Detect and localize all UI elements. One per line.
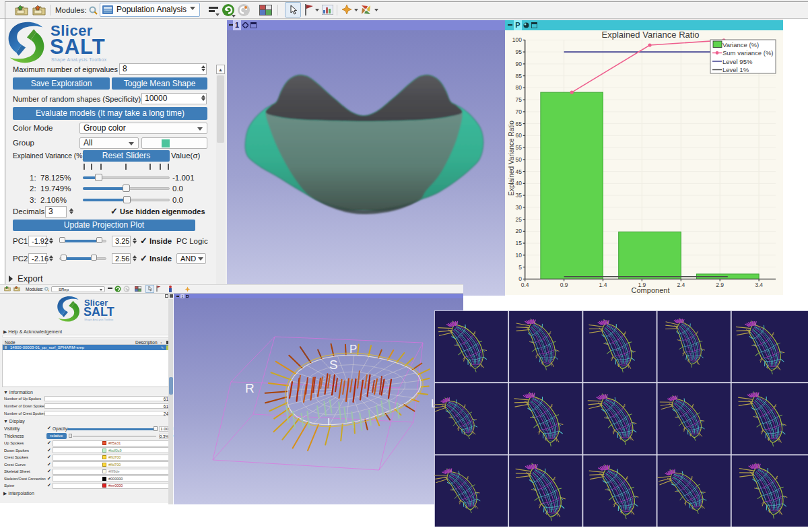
svg-text:95: 95 (516, 48, 523, 55)
svg-text:Variance (%): Variance (%) (722, 41, 759, 48)
svg-text:5: 5 (518, 264, 522, 271)
svg-text:2.4: 2.4 (677, 281, 685, 288)
svg-text:3.4: 3.4 (755, 281, 763, 288)
svg-text:70: 70 (516, 108, 523, 115)
svg-text:1.4: 1.4 (599, 281, 607, 288)
svg-text:Component: Component (632, 286, 670, 294)
svg-text:0.4: 0.4 (521, 281, 529, 288)
svg-text:P: P (349, 343, 357, 356)
svg-text:S: S (329, 358, 338, 372)
svg-text:45: 45 (516, 168, 523, 175)
svg-text:Sum variance (%): Sum variance (%) (722, 49, 774, 57)
svg-text:Level 95%: Level 95% (722, 58, 753, 65)
svg-text:30: 30 (516, 204, 523, 211)
svg-text:I: I (327, 415, 330, 427)
svg-text:35: 35 (516, 192, 523, 199)
svg-text:25: 25 (516, 216, 523, 223)
svg-text:40: 40 (516, 180, 523, 187)
svg-text:90: 90 (516, 61, 523, 67)
svg-text:R: R (245, 381, 255, 395)
svg-text:50: 50 (516, 156, 523, 163)
svg-text:75: 75 (516, 96, 523, 103)
svg-text:Explained Variance Ratio: Explained Variance Ratio (508, 121, 515, 196)
svg-text:Level 1%: Level 1% (722, 66, 749, 73)
svg-text:65: 65 (516, 121, 523, 127)
svg-text:2.9: 2.9 (716, 281, 724, 288)
svg-text:20: 20 (516, 228, 523, 234)
svg-text:85: 85 (516, 73, 523, 79)
svg-text:Explained Variance Ratio: Explained Variance Ratio (601, 30, 699, 40)
svg-text:15: 15 (516, 240, 523, 246)
svg-text:80: 80 (516, 84, 523, 91)
svg-text:100: 100 (512, 36, 522, 43)
svg-text:0.9: 0.9 (560, 281, 568, 288)
svg-text:60: 60 (516, 132, 523, 139)
svg-text:10: 10 (516, 252, 523, 259)
svg-text:55: 55 (516, 144, 523, 151)
